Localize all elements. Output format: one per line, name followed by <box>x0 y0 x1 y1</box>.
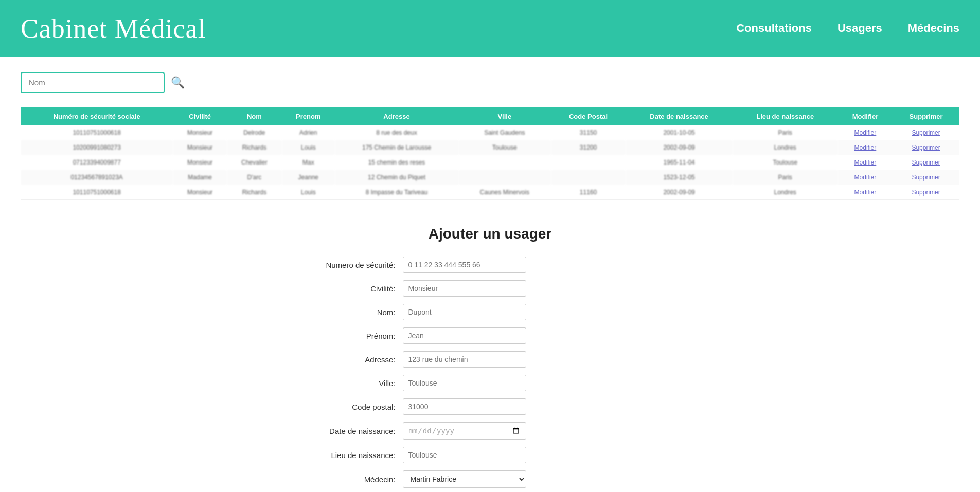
table-header-row: Numéro de sécurité sociale Civilité Nom … <box>21 107 959 125</box>
cell-nom: Richards <box>227 140 282 155</box>
cell-adresse: 8 Impasse du Tariveau <box>335 185 458 200</box>
supprimer-link[interactable]: Supprimer <box>912 189 940 196</box>
supprimer-link[interactable]: Supprimer <box>912 129 940 136</box>
cell-adresse: 12 Chemin du Piquet <box>335 170 458 185</box>
cell-ville <box>458 170 550 185</box>
form-row-adresse: Adresse: <box>310 351 670 368</box>
cell-prenom: Louis <box>282 140 335 155</box>
search-button[interactable]: 🔍 <box>171 76 185 89</box>
nav-medecins[interactable]: Médecins <box>908 22 959 35</box>
input-adresse[interactable] <box>403 351 526 368</box>
cell-prenom: Louis <box>282 185 335 200</box>
cell-date_naissance: 2001-10-05 <box>626 125 732 140</box>
cell-supprimer: Supprimer <box>893 185 959 200</box>
label-num-secu: Numero de sécurité: <box>310 261 403 269</box>
col-code-postal: Code Postal <box>551 107 626 125</box>
cell-date_naissance: 2002-09-09 <box>626 140 732 155</box>
users-table: Numéro de sécurité sociale Civilité Nom … <box>21 107 959 200</box>
cell-num_secu: 01234567891023A <box>21 170 173 185</box>
label-nom: Nom: <box>310 308 403 317</box>
cell-code_postal: 31200 <box>551 140 626 155</box>
label-prenom: Prénom: <box>310 332 403 340</box>
col-num-secu: Numéro de sécurité sociale <box>21 107 173 125</box>
table-row: 10200991080273MonsieurRichardsLouis175 C… <box>21 140 959 155</box>
cell-supprimer: Supprimer <box>893 140 959 155</box>
form-row-civilite: Civilité: <box>310 280 670 297</box>
table-row: 10110751000618MonsieurDelrodeAdrien8 rue… <box>21 125 959 140</box>
col-nom: Nom <box>227 107 282 125</box>
form-row-code-postal: Code postal: <box>310 398 670 415</box>
cell-lieu_naissance: Paris <box>733 170 838 185</box>
input-civilite[interactable] <box>403 280 526 297</box>
col-prenom: Prenom <box>282 107 335 125</box>
cell-ville <box>458 155 550 170</box>
cell-modifier: Modifier <box>838 155 893 170</box>
supprimer-link[interactable]: Supprimer <box>912 174 940 181</box>
nav-usagers[interactable]: Usagers <box>838 22 882 35</box>
input-code-postal[interactable] <box>403 398 526 415</box>
add-user-form-section: Ajouter un usager Numero de sécurité: Ci… <box>310 226 670 488</box>
input-lieu-naissance[interactable] <box>403 447 526 463</box>
input-num-secu[interactable] <box>403 257 526 273</box>
cell-modifier: Modifier <box>838 170 893 185</box>
cell-num_secu: 10200991080273 <box>21 140 173 155</box>
table-row: 01234567891023AMadameD'arcJeanne12 Chemi… <box>21 170 959 185</box>
label-lieu-naissance: Lieu de naissance: <box>310 451 403 460</box>
cell-code_postal: 31150 <box>551 125 626 140</box>
form-row-prenom: Prénom: <box>310 327 670 344</box>
form-row-num-secu: Numero de sécurité: <box>310 257 670 273</box>
cell-nom: Richards <box>227 185 282 200</box>
col-modifier: Modifier <box>838 107 893 125</box>
cell-date_naissance: 2002-09-09 <box>626 185 732 200</box>
cell-prenom: Adrien <box>282 125 335 140</box>
supprimer-link[interactable]: Supprimer <box>912 159 940 166</box>
select-medecin[interactable]: Martin Fabrice <box>403 470 526 488</box>
input-prenom[interactable] <box>403 327 526 344</box>
cell-civilite: Monsieur <box>173 185 227 200</box>
cell-lieu_naissance: Londres <box>733 140 838 155</box>
label-civilite: Civilité: <box>310 284 403 293</box>
col-supprimer: Supprimer <box>893 107 959 125</box>
cell-supprimer: Supprimer <box>893 170 959 185</box>
cell-num_secu: 07123394009877 <box>21 155 173 170</box>
cell-lieu_naissance: Paris <box>733 125 838 140</box>
col-date-naissance: Date de naissance <box>626 107 732 125</box>
input-nom[interactable] <box>403 304 526 320</box>
cell-civilite: Monsieur <box>173 140 227 155</box>
form-title: Ajouter un usager <box>310 226 670 242</box>
cell-civilite: Monsieur <box>173 125 227 140</box>
cell-lieu_naissance: Toulouse <box>733 155 838 170</box>
users-table-container: Numéro de sécurité sociale Civilité Nom … <box>21 107 959 200</box>
form-row-nom: Nom: <box>310 304 670 320</box>
modifier-link[interactable]: Modifier <box>854 159 877 166</box>
modifier-link[interactable]: Modifier <box>854 174 877 181</box>
modifier-link[interactable]: Modifier <box>854 189 877 196</box>
cell-adresse: 175 Chemin de Larousse <box>335 140 458 155</box>
form-row-ville: Ville: <box>310 375 670 391</box>
col-lieu-naissance: Lieu de naissance <box>733 107 838 125</box>
supprimer-link[interactable]: Supprimer <box>912 144 940 151</box>
form-row-date-naissance: Date de naissance: <box>310 422 670 440</box>
modifier-link[interactable]: Modifier <box>854 129 877 136</box>
input-ville[interactable] <box>403 375 526 391</box>
col-civilite: Civilité <box>173 107 227 125</box>
search-bar: 🔍 <box>21 72 959 93</box>
modifier-link[interactable]: Modifier <box>854 144 877 151</box>
cell-supprimer: Supprimer <box>893 125 959 140</box>
cell-adresse: 8 rue des deux <box>335 125 458 140</box>
nav-consultations[interactable]: Consultations <box>736 22 812 35</box>
input-date-naissance[interactable] <box>403 422 526 440</box>
label-date-naissance: Date de naissance: <box>310 427 403 435</box>
cell-modifier: Modifier <box>838 185 893 200</box>
label-adresse: Adresse: <box>310 355 403 364</box>
cell-num_secu: 10110751000618 <box>21 125 173 140</box>
cell-nom: D'arc <box>227 170 282 185</box>
cell-prenom: Jeanne <box>282 170 335 185</box>
cell-nom: Chevalier <box>227 155 282 170</box>
cell-code_postal <box>551 155 626 170</box>
cell-civilite: Madame <box>173 170 227 185</box>
cell-prenom: Max <box>282 155 335 170</box>
cell-date_naissance: 1523-12-05 <box>626 170 732 185</box>
search-input[interactable] <box>21 72 165 93</box>
cell-date_naissance: 1965-11-04 <box>626 155 732 170</box>
